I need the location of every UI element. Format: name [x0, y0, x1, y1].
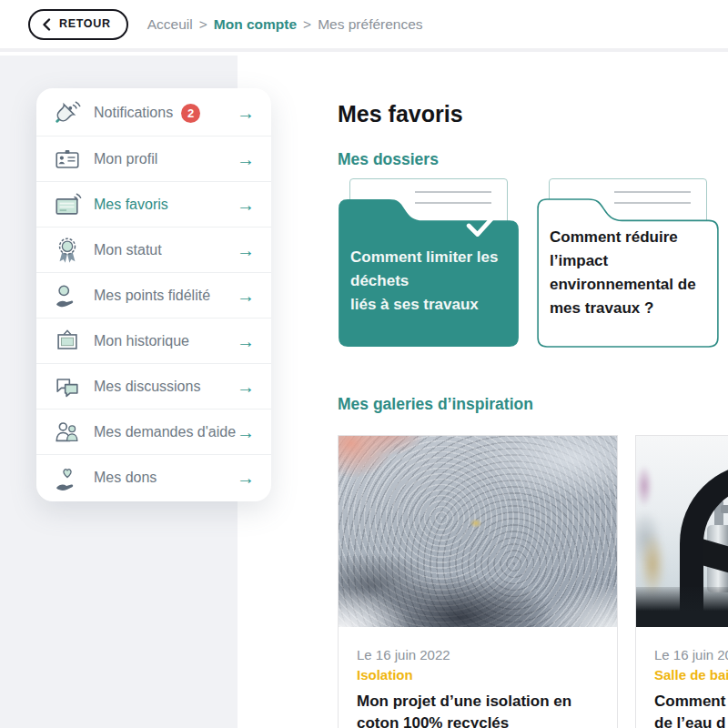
sidebar-item-mon-statut[interactable]: Mon statut → [36, 227, 271, 272]
folders-section-heading: Mes dossiers [338, 150, 728, 169]
sidebar-item-mes-favoris[interactable]: Mes favoris → [36, 181, 271, 227]
bell-icon [53, 98, 82, 127]
gallery-cards-row: Le 16 juin 2022 Isolation Mon projet d’u… [338, 435, 728, 728]
notification-count-badge: 2 [181, 104, 200, 123]
sidebar-item-mon-profil[interactable]: Mon profil → [36, 136, 271, 181]
sidebar-item-label: Mes discussions [94, 379, 200, 395]
card-category: Isolation [357, 667, 599, 682]
galleries-section-heading: Mes galeries d’inspiration [338, 395, 728, 414]
arrow-right-icon: → [237, 287, 255, 305]
folder-card-limiter-dechets[interactable]: Comment limiter les déchets liés à ses t… [338, 178, 520, 349]
page-title: Mes favoris [338, 101, 728, 127]
photo-counter-dark [636, 587, 728, 627]
account-menu: Notifications 2 → Mon profil → Mes favor… [36, 88, 271, 501]
breadcrumb-separator: > [199, 16, 207, 33]
document-line [415, 191, 491, 193]
gallery-card-salle-de-bain[interactable]: Le 16 juin 2022 Salle de bain Comment de… [635, 435, 728, 728]
arrow-right-icon: → [237, 150, 255, 168]
check-icon [466, 211, 499, 238]
card-date: Le 16 juin 2022 [357, 647, 599, 662]
back-button[interactable]: RETOUR [28, 9, 128, 40]
folder-card-reduire-impact[interactable]: Comment réduire l’impact environnemental… [537, 178, 719, 349]
breadcrumb-mon-compte[interactable]: Mon compte [214, 16, 297, 33]
hand-heart-icon [53, 463, 82, 492]
sidebar-item-label: Mes points fidélité [94, 288, 210, 304]
back-label: RETOUR [59, 18, 111, 30]
id-card-icon [53, 145, 82, 174]
sidebar-item-label: Mes dons [94, 470, 157, 486]
card-title: Comment de l’eau d [654, 691, 728, 728]
hand-coin-icon [53, 281, 82, 310]
news-card-icon [53, 190, 82, 219]
folder-title: Comment limiter les déchets liés à ses t… [350, 246, 509, 317]
folders-row: Comment limiter les déchets liés à ses t… [338, 178, 728, 349]
sidebar-item-mes-points-fidelite[interactable]: Mes points fidélité → [36, 272, 271, 318]
arrow-right-icon: → [237, 196, 255, 214]
sidebar-item-mes-dons[interactable]: Mes dons → [36, 454, 271, 500]
photo-flower-blur [636, 465, 652, 507]
document-line [614, 191, 691, 193]
sidebar-item-label: Mon profil [94, 151, 157, 167]
folder-title: Comment réduire l’impact environnemental… [550, 226, 708, 320]
arrow-right-icon: → [237, 423, 255, 441]
sidebar-item-label: Mes favoris [94, 197, 168, 213]
sidebar-item-label: Mes demandes d'aide [94, 424, 236, 440]
breadcrumb-home[interactable]: Acceuil [147, 16, 193, 33]
gallery-card-body: Le 16 juin 2022 Isolation Mon projet d’u… [339, 627, 617, 728]
sidebar-item-notifications[interactable]: Notifications 2 → [36, 90, 271, 136]
arrow-right-icon: → [237, 104, 255, 122]
recycled-cotton-photo [339, 436, 617, 627]
medal-icon [53, 236, 82, 265]
breadcrumb-separator: > [303, 16, 311, 33]
topbar: RETOUR Acceuil > Mon compte > Mes préfér… [0, 0, 728, 52]
card-date: Le 16 juin 2022 [654, 647, 728, 662]
sidebar-item-label: Notifications [94, 105, 173, 121]
card-title: Mon projet d’une isolation en coton 100%… [357, 691, 599, 728]
sidebar-item-mon-historique[interactable]: Mon historique → [36, 318, 271, 363]
sidebar-item-mes-discussions[interactable]: Mes discussions → [36, 363, 271, 409]
sidebar-item-label: Mon historique [94, 333, 189, 349]
sidebar-item-label: Mon statut [94, 242, 162, 258]
arrow-right-icon: → [237, 241, 255, 259]
gallery-card-isolation[interactable]: Le 16 juin 2022 Isolation Mon projet d’u… [338, 435, 618, 728]
sidebar-item-mes-demandes-daide[interactable]: Mes demandes d'aide → [36, 409, 271, 454]
arrow-right-icon: → [237, 469, 255, 487]
chevron-left-icon [42, 18, 51, 31]
breadcrumb: Acceuil > Mon compte > Mes préférences [147, 16, 423, 33]
black-faucet-photo [636, 436, 728, 627]
chat-bubbles-icon [53, 372, 82, 401]
people-icon [53, 418, 82, 447]
card-category: Salle de bain [654, 667, 728, 682]
main-content: Mes favoris Mes dossiers Comment limiter… [338, 0, 728, 728]
gallery-card-body: Le 16 juin 2022 Salle de bain Comment de… [636, 627, 728, 728]
breadcrumb-current: Mes préférences [318, 16, 422, 33]
arrow-right-icon: → [237, 378, 255, 396]
arrow-right-icon: → [237, 332, 255, 350]
picture-frame-icon [53, 327, 82, 356]
